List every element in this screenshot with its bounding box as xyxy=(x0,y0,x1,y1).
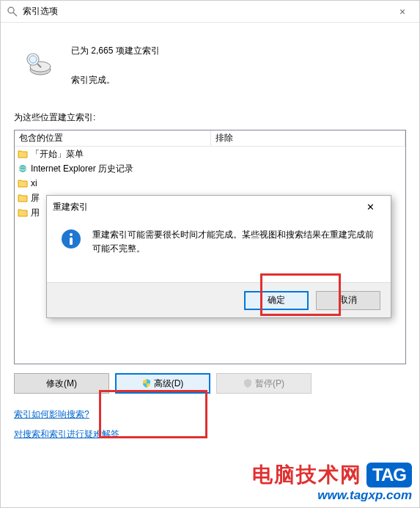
search-icon xyxy=(7,6,18,18)
dialog-title: 重建索引 xyxy=(53,201,355,213)
list-item-label: 「开始」菜单 xyxy=(31,148,84,161)
modify-button[interactable]: 修改(M) xyxy=(14,373,109,394)
shield-icon xyxy=(243,379,252,388)
cancel-button[interactable]: 取消 xyxy=(316,291,380,310)
advanced-button[interactable]: 高级(D) xyxy=(115,373,210,394)
info-icon xyxy=(60,228,82,250)
svg-point-0 xyxy=(8,7,14,13)
ok-button[interactable]: 确定 xyxy=(244,291,309,310)
svg-line-1 xyxy=(13,12,17,16)
list-item[interactable]: Internet Explorer 历史记录 xyxy=(15,161,405,176)
locations-label: 为这些位置建立索引: xyxy=(14,111,406,124)
status-row: 已为 2,665 项建立索引 索引完成。 xyxy=(14,43,406,88)
close-button[interactable]: × xyxy=(391,1,413,23)
indexing-options-window: 索引选项 × 已为 2,665 项建立索引 索引完成。 为这些位置建立索引: xyxy=(0,0,420,508)
watermark-tag: TAG xyxy=(366,463,412,487)
list-item[interactable]: 「开始」菜单 xyxy=(15,147,405,161)
svg-point-5 xyxy=(29,56,37,63)
watermark-cn: 电脑技术网 xyxy=(252,464,362,487)
list-item-label: xi xyxy=(31,178,37,188)
pause-button: 暂停(P) xyxy=(216,373,312,394)
list-item-label: 用 xyxy=(31,207,40,219)
indexed-count: 已为 2,665 项建立索引 xyxy=(71,43,160,59)
folder-icon xyxy=(18,149,28,159)
list-item-label: Internet Explorer 历史记录 xyxy=(31,163,133,175)
folder-icon xyxy=(18,193,28,203)
folder-icon xyxy=(18,178,28,188)
indexing-complete: 索引完成。 xyxy=(71,73,160,89)
shield-icon xyxy=(142,379,151,388)
window-title: 索引选项 xyxy=(23,5,391,18)
dialog-body: 重建索引可能需要很长时间才能完成。某些视图和搜索结果在重建完成前可能不完整。 xyxy=(47,218,391,255)
svg-rect-11 xyxy=(70,238,73,245)
svg-point-10 xyxy=(70,233,73,236)
dialog-close-button[interactable]: ✕ xyxy=(355,196,385,217)
folder-icon xyxy=(18,207,28,218)
watermark: 电脑技术网 TAG www.tagxp.com xyxy=(252,463,412,503)
rebuild-index-dialog: 重建索引 ✕ 重建索引可能需要很长时间才能完成。某些视图和搜索结果在重建完成前可… xyxy=(46,195,391,318)
list-header: 包含的位置 排除 xyxy=(15,130,405,147)
button-row: 修改(M) 高级(D) 暂停(P) xyxy=(14,373,406,394)
link-row: 索引如何影响搜索? 对搜索和索引进行疑难解答 xyxy=(14,407,406,446)
column-exclude[interactable]: 排除 xyxy=(211,130,405,146)
drive-search-icon xyxy=(24,49,54,78)
watermark-url: www.tagxp.com xyxy=(252,489,412,503)
list-item-label: 屏 xyxy=(31,192,40,205)
list-item[interactable]: xi xyxy=(15,176,405,191)
column-include[interactable]: 包含的位置 xyxy=(15,130,211,146)
dialog-titlebar: 重建索引 ✕ xyxy=(47,196,391,218)
troubleshoot-link[interactable]: 对搜索和索引进行疑难解答 xyxy=(14,428,119,441)
dialog-message: 重建索引可能需要很长时间才能完成。某些视图和搜索结果在重建完成前可能不完整。 xyxy=(92,228,377,255)
status-text: 已为 2,665 项建立索引 索引完成。 xyxy=(71,43,160,88)
impact-link[interactable]: 索引如何影响搜索? xyxy=(14,408,89,421)
dialog-footer: 确定 取消 xyxy=(47,282,391,317)
ie-icon xyxy=(18,163,28,174)
titlebar: 索引选项 × xyxy=(1,1,419,23)
